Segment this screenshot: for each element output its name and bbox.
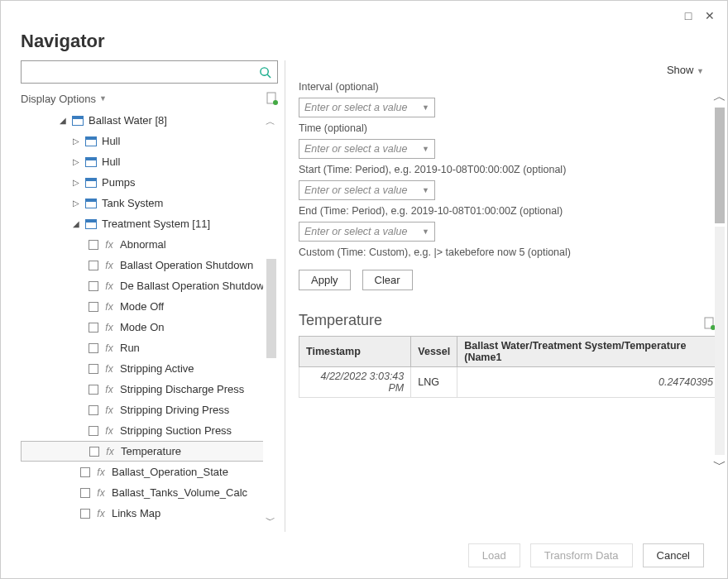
tree-label: Hull bbox=[102, 156, 120, 168]
titlebar: □ ✕ bbox=[1, 1, 727, 31]
tree-node[interactable]: ▷Hull bbox=[21, 131, 275, 151]
expand-icon[interactable]: ▷ bbox=[72, 199, 80, 208]
search-box[interactable] bbox=[21, 60, 278, 84]
checkbox[interactable] bbox=[80, 509, 90, 519]
col-value[interactable]: Ballast Water/Treatment System/Temperatu… bbox=[457, 337, 721, 367]
tree-leaf[interactable]: fxBallast_Tanks_Volume_Calc bbox=[21, 482, 275, 503]
scroll-thumb[interactable] bbox=[715, 108, 725, 223]
refresh-icon[interactable] bbox=[266, 92, 278, 105]
table-icon bbox=[85, 219, 97, 229]
fx-icon: fx bbox=[103, 363, 115, 375]
tree-leaf[interactable]: fxAbnormal bbox=[21, 234, 275, 255]
tree-leaf[interactable]: fxLinks Map bbox=[21, 503, 275, 524]
checkbox[interactable] bbox=[89, 323, 98, 333]
preview-table[interactable]: Timestamp Vessel Ballast Water/Treatment… bbox=[299, 336, 721, 398]
tree-label: Stripping Suction Press bbox=[120, 424, 232, 437]
time-combo[interactable]: Enter or select a value▼ bbox=[299, 139, 435, 159]
expand-icon[interactable]: ◢ bbox=[59, 116, 67, 125]
tree-leaf[interactable]: fxBallast Operation Shutdown bbox=[21, 255, 275, 275]
display-options-dropdown[interactable]: Display Options ▼ bbox=[21, 93, 107, 105]
tree-leaf[interactable]: fxStripping Discharge Press bbox=[21, 379, 275, 400]
checkbox[interactable] bbox=[89, 426, 98, 436]
right-scrollbar[interactable]: ︿ ﹀ bbox=[712, 89, 727, 474]
nav-tree[interactable]: ◢ Ballast Water [8] ▷Hull ▷Hull ▷Pumps ▷… bbox=[21, 110, 278, 532]
checkbox[interactable] bbox=[80, 488, 90, 498]
tree-leaf-selected[interactable]: fxTemperature bbox=[21, 441, 275, 462]
tree-leaf[interactable]: fxStripping Active bbox=[21, 358, 275, 379]
start-combo[interactable]: Enter or select a value▼ bbox=[299, 180, 435, 200]
show-dropdown[interactable]: Show ▼ bbox=[667, 64, 704, 76]
checkbox[interactable] bbox=[89, 281, 98, 291]
fx-icon: fx bbox=[103, 342, 115, 354]
chevron-down-icon: ▼ bbox=[422, 227, 429, 236]
fx-icon: fx bbox=[103, 301, 115, 313]
tree-leaf[interactable]: fxDe Ballast Operation Shutdown bbox=[21, 275, 275, 296]
search-icon[interactable] bbox=[252, 61, 277, 83]
fx-icon: fx bbox=[103, 322, 115, 333]
search-input[interactable] bbox=[22, 61, 252, 83]
expand-icon[interactable]: ◢ bbox=[72, 219, 80, 228]
start-label: Start (Time: Period), e.g. 2019-10-08T00… bbox=[299, 164, 701, 175]
table-row[interactable]: 4/22/2022 3:03:43 PM LNG 0.24740395 bbox=[299, 367, 721, 398]
chevron-down-icon: ▼ bbox=[422, 145, 429, 153]
close-icon[interactable]: ✕ bbox=[699, 5, 721, 26]
footer: Load Transform Data Cancel bbox=[1, 532, 727, 578]
fx-icon: fx bbox=[103, 425, 115, 437]
table-icon bbox=[72, 116, 84, 126]
tree-label: Links Map bbox=[112, 507, 160, 519]
table-icon bbox=[85, 178, 97, 188]
tree-label: Temperature bbox=[121, 445, 181, 457]
tree-leaf[interactable]: fxMode Off bbox=[21, 296, 275, 317]
apply-button[interactable]: Apply bbox=[299, 270, 351, 290]
display-options-label: Display Options bbox=[21, 93, 96, 105]
interval-combo[interactable]: Enter or select a value▼ bbox=[299, 98, 435, 117]
transform-button[interactable]: Transform Data bbox=[530, 543, 633, 567]
svg-line-1 bbox=[267, 74, 271, 78]
col-vessel[interactable]: Vessel bbox=[411, 337, 457, 367]
checkbox[interactable] bbox=[89, 343, 98, 353]
chevron-down-icon: ▼ bbox=[422, 103, 429, 112]
checkbox[interactable] bbox=[89, 240, 98, 250]
navigator-window: □ ✕ Navigator Display Options ▼ bbox=[0, 0, 728, 579]
tree-leaf[interactable]: fxStripping Suction Press bbox=[21, 420, 275, 441]
tree-label: Tank System bbox=[102, 197, 163, 209]
load-button[interactable]: Load bbox=[468, 543, 520, 567]
checkbox[interactable] bbox=[89, 302, 98, 312]
cell-vessel: LNG bbox=[411, 367, 457, 398]
cancel-button[interactable]: Cancel bbox=[643, 543, 704, 567]
preview-title: Temperature bbox=[299, 312, 382, 329]
tree-leaf[interactable]: fxBallast_Operation_State bbox=[21, 462, 275, 482]
clear-button[interactable]: Clear bbox=[362, 270, 413, 290]
page-title: Navigator bbox=[1, 31, 727, 60]
interval-label: Interval (optional) bbox=[299, 81, 701, 93]
expand-icon[interactable]: ▷ bbox=[72, 136, 80, 146]
maximize-icon[interactable]: □ bbox=[678, 5, 699, 26]
end-combo[interactable]: Enter or select a value▼ bbox=[299, 222, 435, 242]
tree-node[interactable]: ▷Hull bbox=[21, 151, 275, 172]
checkbox[interactable] bbox=[89, 405, 98, 415]
tree-node-treatment[interactable]: ◢Treatment System [11] bbox=[21, 213, 275, 234]
scroll-down-icon[interactable]: ﹀ bbox=[713, 457, 726, 474]
col-timestamp[interactable]: Timestamp bbox=[299, 337, 411, 367]
tree-node[interactable]: ▷Tank System bbox=[21, 193, 275, 213]
fx-icon: fx bbox=[103, 280, 115, 292]
custom-label: Custom (Time: Custom), e.g. |> takebefor… bbox=[299, 246, 701, 258]
fx-icon: fx bbox=[95, 467, 107, 478]
expand-icon[interactable]: ▷ bbox=[72, 157, 80, 166]
checkbox[interactable] bbox=[89, 385, 98, 395]
tree-label: Ballast Operation Shutdown bbox=[120, 259, 253, 271]
tree-node[interactable]: ▷Pumps bbox=[21, 172, 275, 193]
tree-leaf[interactable]: fxRun bbox=[21, 337, 275, 358]
tree-label: Treatment System [11] bbox=[102, 218, 210, 230]
checkbox[interactable] bbox=[89, 261, 98, 270]
checkbox[interactable] bbox=[89, 447, 99, 457]
tree-node-root[interactable]: ◢ Ballast Water [8] bbox=[21, 110, 275, 131]
checkbox[interactable] bbox=[89, 364, 98, 374]
expand-icon[interactable]: ▷ bbox=[72, 178, 80, 187]
tree-leaf[interactable]: fxStripping Driving Press bbox=[21, 400, 275, 420]
tree-leaf[interactable]: fxMode On bbox=[21, 317, 275, 337]
table-icon bbox=[85, 157, 97, 167]
scroll-up-icon[interactable]: ︿ bbox=[713, 89, 726, 106]
checkbox[interactable] bbox=[80, 467, 90, 477]
tree-label: Pumps bbox=[102, 176, 135, 189]
